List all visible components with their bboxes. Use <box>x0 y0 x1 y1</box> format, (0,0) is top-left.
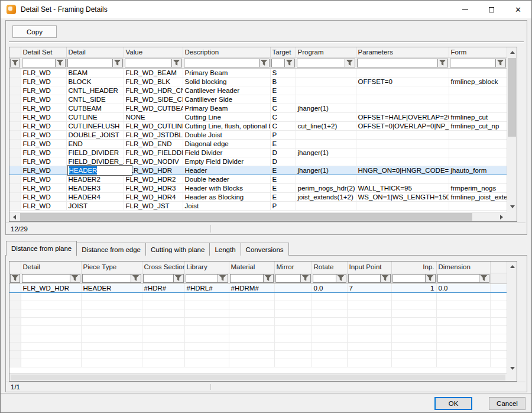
filter-input[interactable] <box>230 274 274 283</box>
filter-button[interactable] <box>10 274 20 283</box>
filter-input[interactable] <box>184 59 270 67</box>
row-selector-cell[interactable] <box>9 104 21 112</box>
table-row[interactable]: FLR_WDCNTL_HEADERFLR_WD_HDR_CN...Cantile… <box>9 86 507 95</box>
filter-button[interactable] <box>55 59 65 67</box>
filter-text-area[interactable] <box>272 59 284 67</box>
ok-button[interactable]: OK <box>434 397 472 410</box>
table-row[interactable]: FLR_WDBEAMFLR_WD_BEAMPrimary BeamS <box>9 68 507 77</box>
column-header-detail-set[interactable]: Detail Set <box>21 47 66 57</box>
table-cell[interactable]: D <box>270 157 296 166</box>
table-cell[interactable]: BEAM <box>66 68 124 77</box>
table-cell[interactable] <box>449 68 507 77</box>
filter-text-area[interactable] <box>22 275 70 282</box>
column-header-value[interactable]: Value <box>124 47 183 57</box>
table-cell[interactable]: 7 <box>347 283 391 292</box>
table-cell[interactable] <box>449 130 507 139</box>
column-header-input-point[interactable]: Input Point <box>347 262 391 273</box>
filter-input[interactable] <box>275 274 311 283</box>
table-cell[interactable]: Header <box>183 166 270 175</box>
table-row[interactable]: FLR_WDHEADER2FLR_WD_HDR2Double headerE <box>9 175 507 183</box>
row-selector-cell[interactable] <box>9 183 21 192</box>
table-cell[interactable]: FLR_WD <box>21 112 66 121</box>
table-cell[interactable]: jhauto_form <box>449 166 507 175</box>
table-cell[interactable]: CUTLINE <box>66 112 124 121</box>
filter-input[interactable] <box>313 274 346 283</box>
table-cell[interactable]: OFFSET=0 <box>356 77 449 86</box>
column-header-target[interactable]: Target <box>270 47 296 57</box>
table-cell[interactable] <box>449 148 507 157</box>
table-cell[interactable]: Primary Beam <box>183 68 270 77</box>
table-cell[interactable]: CUTLINEFLUSH <box>66 121 124 130</box>
table-cell[interactable]: C <box>270 112 296 121</box>
table-cell[interactable]: FLR_WD <box>21 104 66 112</box>
table-cell[interactable]: FLR_WD_NODIV <box>124 157 183 166</box>
table-cell[interactable] <box>296 95 356 104</box>
table-cell[interactable]: CNTL_SIDE <box>66 95 124 104</box>
filter-button[interactable] <box>425 275 435 282</box>
table-cell[interactable]: FLR_WD <box>21 201 66 210</box>
table-cell[interactable]: FLR_WD_CUTBEAM <box>124 104 183 112</box>
filter-input[interactable] <box>22 274 80 283</box>
table-cell[interactable]: FLR_WD_HDR_CN... <box>124 86 183 95</box>
table-cell[interactable]: Joist <box>183 201 270 210</box>
table-cell[interactable]: Header as Blocking <box>183 192 270 201</box>
table-cell[interactable]: frmperim_nogs <box>449 183 507 192</box>
table-cell[interactable] <box>356 175 449 183</box>
title-bar[interactable]: Detail Set - Framing Details ✕ <box>1 1 531 18</box>
filter-input[interactable] <box>450 59 506 67</box>
table-cell[interactable] <box>296 130 356 139</box>
filter-input[interactable] <box>392 274 436 283</box>
table-cell[interactable]: Header with Blocks <box>183 183 270 192</box>
table-cell[interactable]: jhanger(1) <box>296 148 356 157</box>
table-cell[interactable] <box>296 139 356 148</box>
table-cell[interactable]: Solid blocking <box>183 77 270 86</box>
table-cell[interactable]: #HDR# <box>142 283 184 292</box>
table-cell[interactable] <box>296 175 356 183</box>
table-cell[interactable]: frmlinep_cut_np <box>449 121 507 130</box>
filter-input[interactable] <box>125 59 182 67</box>
table-cell[interactable]: Double header <box>183 175 270 183</box>
scroll-right-button[interactable] <box>497 212 507 221</box>
table-row[interactable]: FLR_WDENDFLR_WD_ENDDiagonal edgeE <box>9 139 507 148</box>
table-cell[interactable]: E <box>270 192 296 201</box>
table-cell[interactable]: Cantilever Header <box>183 86 270 95</box>
row-selector-cell[interactable] <box>9 112 21 121</box>
filter-button[interactable] <box>112 59 122 67</box>
filter-button[interactable] <box>345 59 355 67</box>
table-cell[interactable] <box>296 86 356 95</box>
table-cell[interactable]: HEADER3 <box>66 183 124 192</box>
filter-text-area[interactable] <box>438 275 479 282</box>
table-cell[interactable] <box>296 68 356 77</box>
filter-text-area[interactable] <box>125 59 171 67</box>
filter-text-area[interactable] <box>68 59 112 67</box>
table-cell[interactable]: Cantiliever Side <box>183 95 270 104</box>
filter-button[interactable] <box>131 275 141 282</box>
filter-button[interactable] <box>284 59 294 67</box>
table-cell[interactable]: FLR_WD_BLK <box>124 77 183 86</box>
horizontal-scrollbar[interactable] <box>9 373 507 381</box>
filter-input[interactable] <box>67 59 123 67</box>
table-cell[interactable]: jhanger(1) <box>296 166 356 175</box>
table-cell[interactable]: FLR_WD <box>21 148 66 157</box>
table-cell[interactable] <box>356 68 449 77</box>
filter-text-area[interactable] <box>231 275 263 282</box>
column-header-mirror[interactable]: Mirror <box>274 262 312 273</box>
table-cell[interactable] <box>296 112 356 121</box>
table-cell[interactable]: OFFSET=0|OVERLAP=0|NP_ON=... <box>356 121 449 130</box>
table-cell[interactable]: FLR_WD <box>21 157 66 166</box>
table-cell[interactable]: S <box>270 68 296 77</box>
table-cell[interactable]: FLR_WD <box>21 166 66 175</box>
table-cell[interactable]: 0.0 <box>436 283 490 292</box>
row-selector-cell[interactable] <box>9 95 21 104</box>
table-cell[interactable]: Primary Beam <box>183 104 270 112</box>
table-cell[interactable]: HEADER <box>66 166 124 175</box>
table-row[interactable]: FLR_WDCUTBEAMFLR_WD_CUTBEAMPrimary BeamC… <box>9 104 507 112</box>
table-cell[interactable]: #HDRL# <box>184 283 229 292</box>
column-header-rotate[interactable]: Rotate <box>312 262 347 273</box>
table-cell[interactable] <box>449 104 507 112</box>
table-cell[interactable]: WS_ON=1|WS_LENGTH=150|BL... <box>356 192 449 201</box>
filter-text-area[interactable] <box>22 59 55 67</box>
table-cell[interactable] <box>449 175 507 183</box>
row-selector-cell[interactable] <box>9 192 21 201</box>
table-cell[interactable]: FLR_WD <box>21 175 66 183</box>
